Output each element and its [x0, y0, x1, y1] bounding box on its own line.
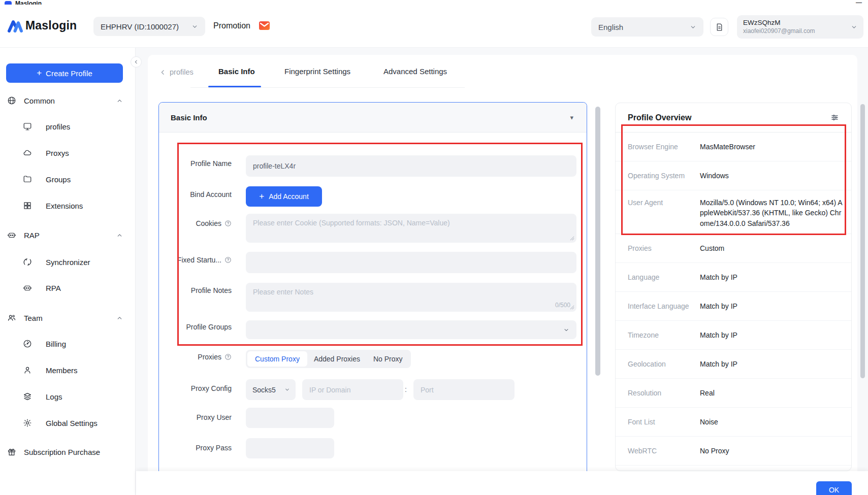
form-scrollbar[interactable] — [595, 107, 600, 376]
promotion-link[interactable]: Promotion — [213, 21, 250, 30]
proxy-pass-input[interactable] — [246, 438, 334, 458]
page-scrollbar[interactable] — [860, 104, 865, 378]
chevron-up-icon — [116, 97, 123, 104]
tab-advanced-settings[interactable]: Advanced Settings — [383, 67, 447, 76]
profile-overview-title: Profile Overview — [628, 113, 691, 122]
overview-settings-icon[interactable] — [830, 113, 839, 122]
minimize-icon[interactable]: — — [856, 0, 862, 5]
section-label: Common — [24, 96, 55, 105]
create-profile-button[interactable]: + Create Profile — [6, 63, 123, 83]
app-logo-icon — [5, 1, 12, 5]
folder-icon — [23, 175, 32, 184]
sidebar-item-profiles[interactable]: profiles — [0, 119, 135, 134]
billing-meter-icon — [23, 339, 32, 348]
notes-doc-button[interactable] — [710, 18, 728, 36]
sidebar-section-team[interactable]: Team — [0, 310, 135, 325]
chevron-up-icon — [116, 232, 123, 239]
sidebar-item-logs[interactable]: Logs — [0, 389, 135, 404]
sidebar-item-billing[interactable]: Billing — [0, 336, 135, 351]
item-label: Groups — [46, 175, 71, 184]
profile-overview-panel: Profile Overview Browser Engine MasMateB… — [615, 103, 852, 471]
ok-button[interactable]: OK — [816, 481, 852, 495]
sidebar-collapse-button[interactable] — [131, 56, 142, 68]
item-label: Extensions — [46, 202, 83, 210]
cookies-textarea[interactable] — [246, 214, 576, 243]
chevron-left-icon — [159, 69, 166, 76]
sidebar-item-proxys[interactable]: Proxys — [0, 145, 135, 160]
workspace-selector[interactable]: EHPHRV (ID:1000027) — [93, 17, 205, 36]
proxy-option-added[interactable]: Added Proxies — [307, 351, 367, 367]
sidebar-item-rpa[interactable]: RPA — [0, 280, 135, 295]
proxy-option-none[interactable]: No Proxy — [367, 351, 409, 367]
sidebar-item-subscription-purchase[interactable]: Subscription Purchase — [0, 444, 135, 459]
chevron-up-icon — [116, 315, 123, 321]
tab-fingerprint-settings[interactable]: Fingerprint Settings — [284, 67, 350, 76]
add-account-button[interactable]: + Add Account — [246, 186, 322, 207]
document-icon — [715, 23, 724, 31]
overview-row-resolution: Resolution Real — [616, 379, 851, 408]
monitor-icon — [23, 122, 32, 131]
profile-groups-select[interactable] — [246, 320, 576, 339]
bind-account-label: Bind Account — [168, 190, 232, 199]
help-circle-icon[interactable] — [224, 220, 232, 227]
profile-notes-field: 0/500 — [246, 283, 576, 312]
section-label: RAP — [24, 231, 40, 240]
sidebar-item-members[interactable]: Members — [0, 362, 135, 378]
proxy-config-label: Proxy Config — [168, 384, 232, 392]
profile-name-label: Profile Name — [168, 159, 232, 168]
proxy-port-input[interactable] — [413, 379, 515, 400]
proxy-user-input[interactable] — [246, 408, 334, 428]
proxy-host-input[interactable] — [302, 379, 403, 400]
gear-icon — [23, 418, 32, 427]
help-circle-icon[interactable] — [224, 256, 232, 263]
chevron-down-icon — [191, 23, 198, 30]
plus-icon: + — [259, 191, 264, 202]
proxy-option-custom[interactable]: Custom Proxy — [247, 351, 307, 367]
sidebar-section-rap[interactable]: RAP — [0, 227, 135, 243]
overview-row-proxies: Proxies Custom — [616, 234, 851, 263]
tab-basic-info[interactable]: Basic Info — [218, 67, 255, 76]
brand-name: Maslogin — [25, 19, 77, 32]
chevron-down-icon — [851, 24, 857, 30]
chevron-left-icon — [134, 59, 139, 64]
profile-name-input[interactable] — [246, 155, 576, 177]
help-circle-icon[interactable] — [224, 353, 232, 360]
item-label: Global Settings — [46, 419, 98, 427]
sidebar-item-global-settings[interactable]: Global Settings — [0, 415, 135, 431]
proxy-user-label: Proxy User — [168, 413, 232, 421]
cookies-field — [246, 214, 576, 243]
cookies-label: Cookies — [168, 219, 232, 227]
plus-icon: + — [37, 68, 42, 78]
proxy-pass-label: Proxy Pass — [168, 444, 232, 452]
collapse-caret-icon[interactable]: ▾ — [570, 114, 573, 121]
proxy-protocol-select[interactable]: Socks5 — [246, 379, 296, 400]
overview-row-operating-system: Operating System Windows — [616, 161, 851, 190]
overview-row-font-list: Font List Noise — [616, 408, 851, 437]
overview-row-language: Language Match by IP — [616, 263, 851, 292]
sidebar-item-synchronizer[interactable]: Synchronizer — [0, 254, 135, 270]
sidebar-item-extensions[interactable]: Extensions — [0, 198, 135, 213]
overview-row-user-agent: User Agent Mozilla/5.0 (Windows NT 10.0;… — [616, 190, 851, 234]
sidebar-item-groups[interactable]: Groups — [0, 172, 135, 187]
host-port-separator: : — [405, 385, 407, 393]
chevron-down-icon — [690, 24, 696, 30]
user-email: xiaofei020907@gmail.com — [743, 27, 815, 35]
profile-notes-textarea[interactable] — [246, 283, 576, 312]
back-label: profiles — [170, 68, 194, 76]
item-label: Proxys — [46, 149, 69, 157]
layers-icon — [23, 392, 32, 401]
notes-char-counter: 0/500 — [555, 302, 570, 309]
grid-icon — [23, 201, 32, 210]
basic-info-card-header[interactable]: Basic Info ▾ — [159, 103, 587, 133]
sidebar-section-common[interactable]: Common — [0, 93, 135, 108]
language-selector[interactable]: English — [591, 17, 703, 37]
workspace-label: EHPHRV (ID:1000027) — [101, 22, 179, 31]
person-icon — [23, 366, 32, 375]
promotion-envelope-icon[interactable] — [259, 21, 270, 30]
overview-row-browser-engine: Browser Engine MasMateBrowser — [616, 133, 851, 161]
fixed-startup-input[interactable] — [246, 252, 576, 273]
overview-row-interface-language: Interface Language Match by IP — [616, 292, 851, 321]
back-to-profiles[interactable]: profiles — [159, 68, 194, 76]
window-title: Maslogin — [15, 0, 42, 5]
user-account-menu[interactable]: EWzSQhzM xiaofei020907@gmail.com — [737, 15, 863, 39]
